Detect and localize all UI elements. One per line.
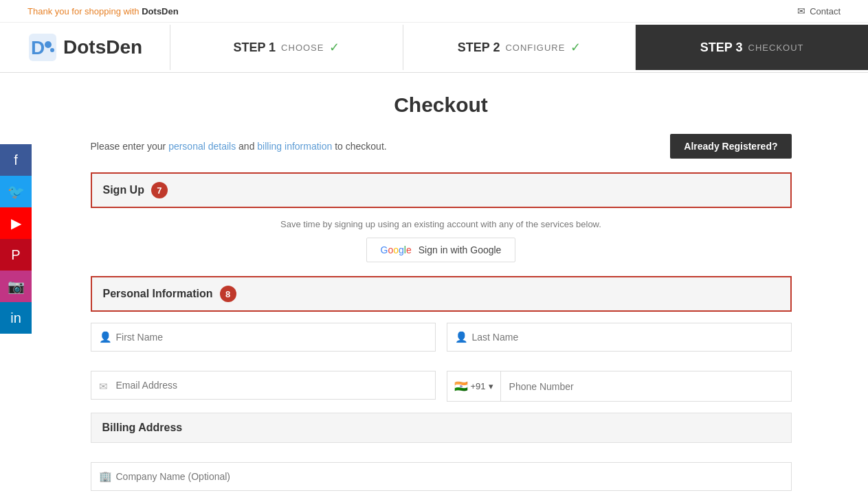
header: D DotsDen STEP 1 CHOOSE ✓ STEP 2 CONFIGU… — [0, 23, 868, 73]
svg-text:D: D — [31, 37, 45, 58]
billing-title: Billing Address — [102, 422, 183, 434]
checkout-subtitle: Please enter your personal details and b… — [91, 141, 387, 152]
last-name-input[interactable] — [447, 323, 792, 352]
phone-field: 🇮🇳 +91 ▾ — [447, 371, 792, 402]
last-name-field: 👤 — [447, 323, 792, 352]
step-3[interactable]: STEP 3 CHECKOUT — [635, 25, 868, 70]
name-row: 👤 👤 — [91, 312, 792, 352]
first-name-input[interactable] — [91, 323, 436, 352]
signup-subtitle: Save time by signing up using an existin… — [91, 208, 792, 238]
step2-check-icon: ✓ — [570, 40, 581, 55]
logo-area: D DotsDen — [0, 23, 170, 72]
svg-point-2 — [45, 41, 52, 48]
mail-icon: ✉ — [797, 5, 805, 16]
step-2[interactable]: STEP 2 CONFIGURE ✓ — [403, 25, 636, 70]
social-sidebar: f 🐦 ▶ P 📷 in — [0, 144, 32, 334]
signup-badge: 7 — [151, 182, 168, 198]
linkedin-button[interactable]: in — [0, 302, 32, 334]
pinterest-button[interactable]: P — [0, 239, 32, 271]
signup-title: Sign Up — [103, 184, 144, 196]
personal-information-section: Personal Information 8 👤 👤 ✉ 🇮🇳 — [91, 276, 792, 402]
steps-area: STEP 1 CHOOSE ✓ STEP 2 CONFIGURE ✓ STEP … — [170, 25, 868, 70]
personal-info-badge: 8 — [220, 286, 236, 302]
thank-you-message: Thank you for shopping with DotsDen — [27, 6, 179, 16]
twitter-button[interactable]: 🐦 — [0, 176, 32, 207]
person-icon-2: 👤 — [455, 331, 468, 343]
company-row: 🏢 — [91, 451, 792, 491]
billing-address-section: Billing Address 🏢 — [91, 413, 792, 491]
company-name-field: 🏢 — [91, 462, 792, 491]
phone-field-wrapper: 🇮🇳 +91 ▾ — [447, 371, 792, 402]
facebook-button[interactable]: f — [0, 144, 32, 176]
subtitle-row: Please enter your personal details and b… — [91, 134, 792, 159]
google-btn-wrapper: Google Sign in with Google — [91, 238, 792, 276]
main-content: Checkout Please enter your personal deta… — [36, 73, 833, 493]
google-icon: Google — [381, 244, 412, 255]
signup-section: Sign Up 7 Save time by signing up using … — [91, 172, 792, 276]
top-bar: Thank you for shopping with DotsDen ✉ Co… — [0, 0, 868, 23]
personal-info-header: Personal Information 8 — [91, 276, 792, 312]
billing-section-header: Billing Address — [91, 413, 792, 443]
phone-prefix-selector[interactable]: 🇮🇳 +91 ▾ — [447, 371, 501, 401]
billing-info-link[interactable]: billing information — [257, 141, 332, 152]
flag-icon: 🇮🇳 — [454, 380, 468, 393]
already-registered-button[interactable]: Already Registered? — [670, 134, 791, 159]
company-name-input[interactable] — [91, 462, 792, 491]
email-input[interactable] — [91, 371, 436, 400]
page-title: Checkout — [91, 93, 792, 117]
step-1[interactable]: STEP 1 CHOOSE ✓ — [170, 25, 403, 70]
email-icon: ✉ — [99, 380, 108, 393]
google-signin-button[interactable]: Google Sign in with Google — [366, 238, 516, 262]
person-icon: 👤 — [99, 331, 112, 343]
signup-section-header: Sign Up 7 — [91, 172, 792, 208]
step1-check-icon: ✓ — [329, 40, 340, 55]
first-name-field: 👤 — [91, 323, 436, 352]
logo: D DotsDen — [27, 32, 142, 62]
building-icon: 🏢 — [99, 470, 112, 483]
chevron-down-icon: ▾ — [489, 381, 493, 391]
contact-row: ✉ 🇮🇳 +91 ▾ — [91, 360, 792, 402]
contact-link[interactable]: ✉ Contact — [797, 5, 841, 16]
logo-icon: D — [27, 32, 58, 62]
phone-input[interactable] — [501, 373, 791, 400]
personal-details-link[interactable]: personal details — [168, 141, 236, 152]
email-field: ✉ — [91, 371, 436, 402]
instagram-button[interactable]: 📷 — [0, 271, 32, 302]
svg-point-3 — [50, 48, 54, 52]
personal-info-title: Personal Information — [103, 288, 213, 300]
youtube-button[interactable]: ▶ — [0, 207, 32, 239]
